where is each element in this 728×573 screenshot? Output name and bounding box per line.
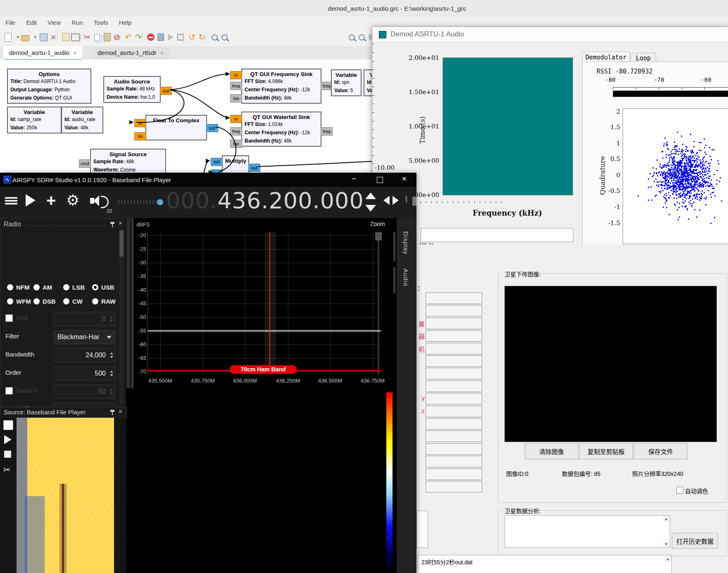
radio-mode-raw[interactable]: RAW: [92, 298, 116, 305]
save-file-icon[interactable]: [38, 32, 49, 43]
copy-icon[interactable]: [92, 32, 102, 43]
qt-gui-waterfall-sink[interactable]: QT GUI Waterfall SinkFFT Size: 1.024kCen…: [241, 112, 321, 147]
start-icon[interactable]: [26, 194, 36, 207]
cut-icon[interactable]: ✂: [82, 32, 93, 43]
minimize-icon[interactable]: –: [352, 174, 356, 183]
analysis-textarea[interactable]: ▲ ▼: [504, 515, 670, 548]
side-slider-track[interactable]: [393, 267, 395, 293]
find-icon[interactable]: [356, 32, 367, 43]
close-icon[interactable]: ✕: [402, 175, 407, 183]
telemetry-field-4[interactable]: [426, 343, 482, 354]
clear-image-button[interactable]: 清除图像: [525, 443, 578, 459]
scroll-up-icon[interactable]: ▲: [663, 516, 669, 522]
demod-text-input[interactable]: [421, 228, 573, 242]
port-bw[interactable]: bw: [230, 140, 242, 148]
menu-help[interactable]: Help: [114, 19, 137, 26]
filter-dropdown[interactable]: Blackman-Har: [54, 330, 115, 344]
stop-icon[interactable]: [175, 32, 186, 43]
play-icon[interactable]: [4, 435, 12, 444]
variable-sps[interactable]: VariableId: spsValue: 5: [331, 69, 362, 96]
block-library-icon[interactable]: [155, 32, 166, 43]
tab-close-icon[interactable]: ×: [73, 50, 76, 56]
telemetry-field-7[interactable]: [426, 380, 482, 392]
maximize-icon[interactable]: [377, 177, 383, 183]
qt-gui-frequency-sink[interactable]: QT GUI Frequency SinkFFT Size: 4.096kCen…: [241, 69, 321, 104]
grc-titlebar[interactable]: demod_asrtu-1_audio.grc - E:\working\asr…: [0, 0, 728, 17]
tab-audio[interactable]: Audio: [402, 269, 409, 286]
telemetry-field-6[interactable]: [426, 368, 482, 379]
zoom-slider-track[interactable]: [378, 232, 379, 374]
telemetry-field-2[interactable]: [426, 318, 482, 329]
telemetry-field-15[interactable]: [426, 481, 482, 492]
port-re[interactable]: re: [134, 119, 146, 127]
options-block[interactable]: OptionsTitle: Demod ASRTU-1 AudioOutput …: [7, 69, 91, 104]
telemetry-field-9[interactable]: [426, 406, 482, 417]
zoom-in-icon[interactable]: [209, 32, 220, 43]
radio-mode-nfm[interactable]: NFM: [7, 284, 30, 291]
port-bw[interactable]: bw: [230, 94, 242, 102]
radio-mode-wfm[interactable]: WFM: [7, 298, 31, 305]
port-out[interactable]: out: [248, 164, 260, 172]
save-file-button[interactable]: 保存文件: [634, 443, 688, 459]
tab-demod-asrtu-1-audio[interactable]: demod_asrtu-1_audio ×: [3, 46, 82, 60]
signal-source[interactable]: Signal SourceSample Rate: 48kWaveform: C…: [90, 149, 166, 176]
tab-display[interactable]: Display: [402, 231, 409, 254]
radio-mode-cw[interactable]: CW: [63, 298, 83, 305]
step-right-icon[interactable]: [393, 196, 399, 205]
delete-icon[interactable]: ⊘: [112, 32, 122, 43]
float-to-complex[interactable]: Float To Complexreimout: [145, 115, 207, 140]
telemetry-field-10[interactable]: [426, 418, 482, 430]
port-in[interactable]: in: [230, 71, 242, 79]
demod-titlebar[interactable]: Demod ASRTU-1 Audio: [372, 27, 728, 42]
add-icon[interactable]: +: [46, 193, 56, 207]
port-cmd[interactable]: cmd: [79, 159, 91, 168]
panel-close-icon[interactable]: ×: [119, 219, 122, 226]
telemetry-field-14[interactable]: [426, 468, 482, 480]
tuning-bandwidth-band[interactable]: [264, 232, 276, 374]
tools-icon[interactable]: ✂: [3, 465, 10, 475]
shift-field[interactable]: 0: [54, 312, 115, 326]
sdr-titlebar[interactable]: ∿ AIRSPY SDR# Studio v1.0.0.1920 - Baseb…: [0, 173, 416, 187]
zoom-slider-handle[interactable]: [375, 232, 382, 240]
tab-close-icon[interactable]: ×: [160, 50, 164, 56]
stop-icon[interactable]: [4, 451, 11, 458]
squelch-checkbox[interactable]: [5, 387, 13, 395]
port-freq[interactable]: freq: [230, 127, 242, 136]
edit-properties-icon[interactable]: [60, 32, 71, 43]
telemetry-field-8[interactable]: [426, 393, 482, 404]
menu-view[interactable]: View: [42, 19, 66, 26]
find-block-icon[interactable]: [346, 32, 357, 43]
telemetry-field-13[interactable]: [426, 456, 482, 467]
telemetry-field-12[interactable]: [426, 443, 482, 455]
scrollbar-thumb[interactable]: [119, 230, 124, 257]
variable-samp-rate[interactable]: VariableId: samp_rateValue: 250k: [7, 107, 62, 133]
scroll-up-icon[interactable]: ▲: [664, 556, 671, 562]
port-out[interactable]: out: [160, 87, 172, 95]
port-in0[interactable]: in0: [211, 158, 223, 166]
screen-capture-icon[interactable]: [70, 32, 81, 43]
tuning-line[interactable]: [269, 232, 270, 374]
audio-source[interactable]: Audio SourceSample Rate: 48 kHzDevice Na…: [103, 76, 161, 103]
menu-tools[interactable]: Tools: [88, 19, 114, 26]
menu-run[interactable]: Run: [66, 19, 88, 26]
open-file-icon[interactable]: [3, 420, 13, 430]
copy-to-clipboard-button[interactable]: 复制至剪贴板: [579, 443, 633, 459]
undo-icon[interactable]: ↶: [123, 32, 134, 43]
variable-audio-rate[interactable]: VariableId: audio_rateValue: 48k: [61, 107, 103, 133]
open-file-icon[interactable]: [20, 32, 31, 43]
shift-checkbox[interactable]: [5, 314, 13, 322]
radio-mode-dsb[interactable]: DSB: [33, 298, 56, 305]
telemetry-field-11[interactable]: [426, 430, 482, 442]
menu-edit[interactable]: Edit: [21, 19, 42, 26]
order-field[interactable]: 500: [54, 366, 115, 380]
menu-icon[interactable]: [5, 196, 17, 206]
telemetry-field-5[interactable]: [426, 355, 482, 367]
new-file-icon[interactable]: [2, 32, 13, 43]
zoom-out-icon[interactable]: [219, 32, 230, 43]
log-list[interactable]: 23时55分2秒out.dat ▲: [418, 555, 672, 573]
step-left-icon[interactable]: [383, 196, 390, 205]
port-out[interactable]: out: [206, 124, 218, 132]
frequency-up-icon[interactable]: [365, 193, 376, 199]
execute-icon[interactable]: [165, 32, 176, 43]
port-in[interactable]: in: [230, 115, 242, 123]
